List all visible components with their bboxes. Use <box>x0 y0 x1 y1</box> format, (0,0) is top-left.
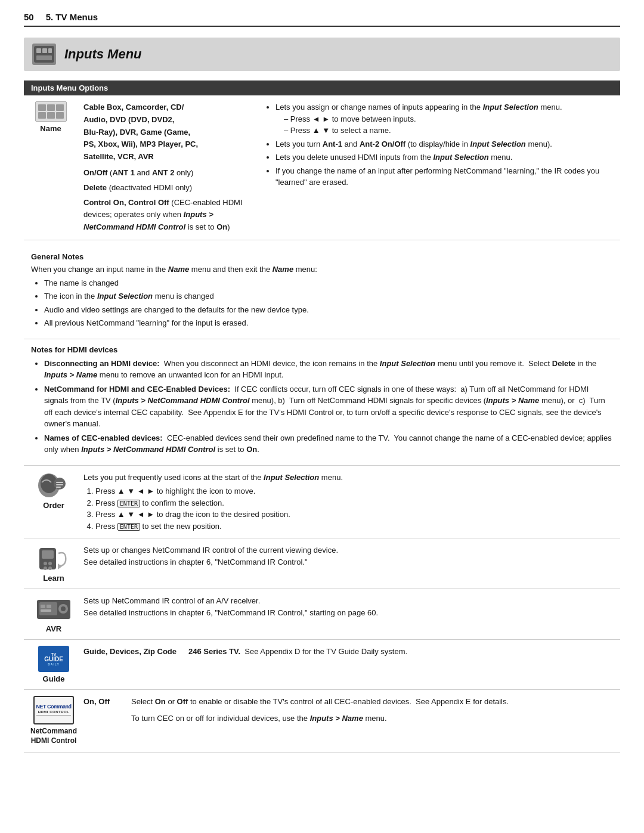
svg-point-13 <box>44 562 47 565</box>
name-icon <box>35 101 67 122</box>
name-options-area: Cable Box, Camcorder, CD/Audio, DVD (DVD… <box>83 95 262 240</box>
netcommand-row: NET Command HDMI CONTROL NetCommand HDMI… <box>24 690 620 752</box>
avr-icon <box>36 595 72 623</box>
guide-desc-col: 246 Series TV. See Appendix D for the TV… <box>188 646 407 658</box>
name-icon-area: Name <box>24 95 83 139</box>
general-notes-heading: General Notes <box>31 252 613 261</box>
netcommand-desc1: Select On or Off to enable or disable th… <box>131 696 509 708</box>
hdmi-notes-list: Disconnecting an HDMI device: When you d… <box>31 358 613 456</box>
avr-label: AVR <box>32 624 75 633</box>
svg-point-16 <box>48 566 52 570</box>
learn-line2: See detailed instructions in chapter 6, … <box>83 556 620 568</box>
svg-rect-12 <box>42 550 54 559</box>
learn-icon-col: Learn <box>24 544 83 583</box>
svg-rect-1 <box>36 48 41 53</box>
netcommand-label2: HDMI Control <box>31 736 77 745</box>
options-header: Inputs Menu Options <box>24 80 620 95</box>
inputs-icon-svg <box>33 45 55 64</box>
general-note-2: The icon in the Input Selection menu is … <box>44 290 613 302</box>
netcommand-desc2: To turn CEC on or off for individual dev… <box>131 713 509 724</box>
avr-line1: Sets up NetCommand IR control of an A/V … <box>83 595 620 607</box>
name-desc-list: Lets you assign or change names of input… <box>262 101 620 188</box>
guide-options-col: Guide, Devices, Zip Code <box>83 646 177 658</box>
order-steps: Press ▲ ▼ ◄ ► to highlight the icon to m… <box>83 485 620 532</box>
learn-content: Sets up or changes NetCommand IR control… <box>83 544 620 568</box>
svg-marker-17 <box>58 563 62 569</box>
guide-desc: 246 Series TV. See Appendix D for the TV… <box>188 646 407 658</box>
netcommand-content-inner: On, Off Select On or Off to enable or di… <box>83 696 620 724</box>
tvguide-icon: TV GUIDE DAILY <box>38 646 69 672</box>
avr-row: AVR Sets up NetCommand IR control of an … <box>24 589 620 640</box>
svg-rect-8 <box>56 482 63 483</box>
hdmi-notes-heading: Notes for HDMI devices <box>31 345 613 354</box>
name-desc-area: Lets you assign or change names of input… <box>262 95 620 198</box>
svg-rect-19 <box>39 602 57 615</box>
svg-rect-23 <box>47 605 51 608</box>
order-intro: Lets you put frequently used icons at th… <box>83 472 620 484</box>
netcommand-icon-wrapper: NET Command HDMI CONTROL NetCommand HDMI… <box>32 696 75 745</box>
enter-key-2: ENTER <box>117 523 140 531</box>
hdmi-note-1: Disconnecting an HDMI device: When you d… <box>44 358 613 381</box>
netcommand-icon: NET Command HDMI CONTROL <box>33 696 74 724</box>
order-step-2: Press ENTER to confirm the selection. <box>95 497 620 509</box>
order-step-3: Press ▲ ▼ ◄ ► to drag the icon to the de… <box>95 509 620 521</box>
name-desc-4: If you change the name of an input after… <box>275 165 620 188</box>
learn-icon <box>37 544 70 572</box>
general-notes-list: The name is changed The icon in the Inpu… <box>31 277 613 329</box>
guide-icon-col: TV GUIDE DAILY Guide <box>24 646 83 683</box>
guide-options: Guide, Devices, Zip Code <box>83 647 177 656</box>
name-option-2: On/Off <box>83 168 107 177</box>
guide-content: Guide, Devices, Zip Code 246 Series TV. … <box>83 646 620 658</box>
name-desc-sub-1: Press ◄ ► to move between inputs. <box>284 113 620 125</box>
netcommand-options: On, Off <box>83 697 110 706</box>
name-desc-sub-2: Press ▲ ▼ to select a name. <box>284 125 620 137</box>
svg-point-14 <box>48 562 52 565</box>
netcommand-label: NetCommand HDMI Control <box>30 727 77 745</box>
options-header-label: Inputs Menu Options <box>31 83 108 92</box>
netcommand-options-col: On, Off <box>83 696 119 708</box>
svg-rect-2 <box>42 48 47 53</box>
name-desc-2: Lets you turn Ant-1 and Ant-2 On/Off (to… <box>275 138 620 150</box>
guide-row: TV GUIDE DAILY Guide Guide, Devices, Zip… <box>24 640 620 690</box>
guide-icon-wrapper: TV GUIDE DAILY Guide <box>32 646 75 683</box>
svg-rect-4 <box>36 55 52 60</box>
svg-rect-22 <box>41 605 45 608</box>
name-desc-1: Lets you assign or change names of input… <box>275 101 620 137</box>
page: 50 5. TV Menus Inputs Menu Inputs Menu O… <box>0 0 644 833</box>
avr-content: Sets up NetCommand IR control of an A/V … <box>83 595 620 618</box>
guide-content-inner: Guide, Devices, Zip Code 246 Series TV. … <box>83 646 620 658</box>
name-option-3: Delete <box>83 183 107 192</box>
netcommand-content: On, Off Select On or Off to enable or di… <box>83 696 620 724</box>
general-note-3: Audio and video settings are changed to … <box>44 304 613 316</box>
order-step-4: Press ENTER to set the new position. <box>95 521 620 532</box>
netcommand-desc-col: Select On or Off to enable or disable th… <box>131 696 509 724</box>
order-icon-col: Order <box>24 472 83 510</box>
name-label: Name <box>40 124 61 133</box>
section-title: Inputs Menu <box>64 47 142 62</box>
order-label: Order <box>32 501 75 510</box>
netcommand-icon-col: NET Command HDMI CONTROL NetCommand HDMI… <box>24 696 83 745</box>
avr-line2: See detailed instructions in chapter 6, … <box>83 607 620 619</box>
order-content: Lets you put frequently used icons at th… <box>83 472 620 532</box>
section-icon <box>32 44 56 65</box>
name-desc-3: Lets you delete unused HDMI inputs from … <box>275 151 620 163</box>
svg-rect-9 <box>56 484 63 485</box>
chapter-title: 5. TV Menus <box>46 12 98 22</box>
svg-point-21 <box>61 606 66 611</box>
section-title-bar: Inputs Menu <box>24 38 620 71</box>
general-notes-intro: When you change an input name in the Nam… <box>31 265 613 274</box>
learn-row: Learn Sets up or changes NetCommand IR c… <box>24 538 620 589</box>
general-notes: General Notes When you change an input n… <box>24 246 620 339</box>
learn-line1: Sets up or changes NetCommand IR control… <box>83 544 620 556</box>
learn-label: Learn <box>32 574 75 583</box>
page-header: 50 5. TV Menus <box>24 12 620 27</box>
svg-rect-24 <box>41 609 51 612</box>
general-note-4: All previous NetCommand "learning" for t… <box>44 317 613 329</box>
svg-rect-3 <box>48 48 52 53</box>
netcommand-label1: NetCommand <box>30 727 77 735</box>
hdmi-note-3: Names of CEC-enabled devices: CEC-enable… <box>44 432 613 456</box>
enter-key-1: ENTER <box>117 500 140 507</box>
page-number: 50 <box>24 12 34 22</box>
hdmi-note-2: NetCommand for HDMI and CEC-Enabled Devi… <box>44 383 613 430</box>
name-option-4: Control On, Control Off <box>83 198 169 207</box>
